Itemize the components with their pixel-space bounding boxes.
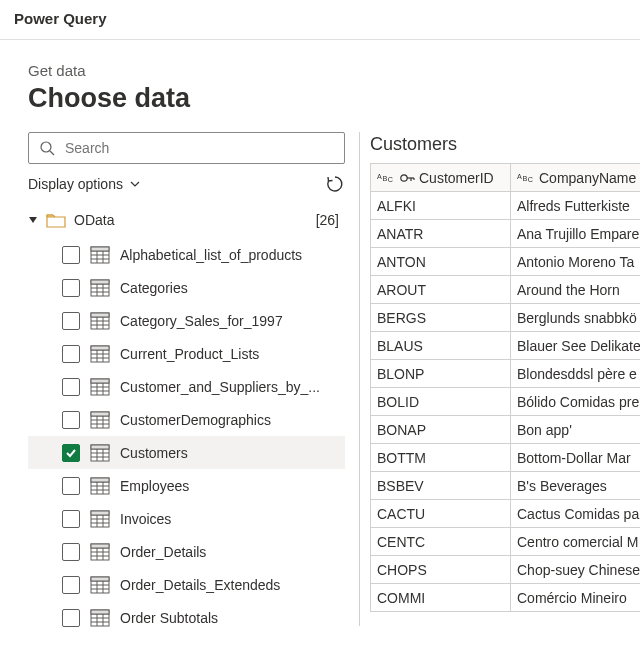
svg-text:A: A: [517, 171, 522, 180]
preview-pane: Customers ABC CustomerID ABC CompanyName…: [360, 132, 640, 626]
preview-table: ABC CustomerID ABC CompanyName ALFKIAlfr…: [370, 163, 640, 612]
tree-item[interactable]: Order_Details: [28, 535, 345, 568]
tree-item[interactable]: CustomerDemographics: [28, 403, 345, 436]
svg-line-1: [50, 151, 54, 155]
tree-item[interactable]: Order Subtotals: [28, 601, 345, 634]
checkbox[interactable]: [62, 477, 80, 495]
table-icon: [90, 609, 110, 627]
table-cell: CHOPS: [371, 556, 511, 584]
table-row[interactable]: BOLIDBólido Comidas pre: [371, 388, 641, 416]
table-row[interactable]: ANTONAntonio Moreno Ta: [371, 248, 641, 276]
tree-item-label: Category_Sales_for_1997: [120, 313, 283, 329]
svg-text:B: B: [522, 173, 527, 182]
table-cell: BONAP: [371, 416, 511, 444]
checkbox[interactable]: [62, 444, 80, 462]
header-title: Choose data: [28, 83, 612, 114]
table-icon: [90, 246, 110, 264]
checkbox[interactable]: [62, 576, 80, 594]
table-row[interactable]: BOTTMBottom-Dollar Mar: [371, 444, 641, 472]
svg-text:A: A: [377, 171, 382, 180]
table-cell: Alfreds Futterkiste: [511, 192, 641, 220]
preview-title: Customers: [370, 132, 640, 163]
table-cell: BSBEV: [371, 472, 511, 500]
tree-item[interactable]: Employees: [28, 469, 345, 502]
table-cell: CACTU: [371, 500, 511, 528]
table-cell: Centro comercial M: [511, 528, 641, 556]
table-cell: BLAUS: [371, 332, 511, 360]
text-type-icon: ABC: [377, 171, 395, 185]
table-row[interactable]: CACTUCactus Comidas pa: [371, 500, 641, 528]
table-icon: [90, 444, 110, 462]
tree-item[interactable]: Current_Product_Lists: [28, 337, 345, 370]
table-row[interactable]: AROUTAround the Horn: [371, 276, 641, 304]
table-row[interactable]: BLAUSBlauer See Delikate: [371, 332, 641, 360]
table-cell: COMMI: [371, 584, 511, 612]
svg-rect-43: [91, 412, 109, 416]
checkbox[interactable]: [62, 312, 80, 330]
tree-item[interactable]: Customers: [28, 436, 345, 469]
table-row[interactable]: BERGSBerglunds snabbkö: [371, 304, 641, 332]
table-row[interactable]: ANATRAna Trujillo Empare: [371, 220, 641, 248]
column-label: CompanyName: [539, 170, 636, 186]
expand-collapse-icon[interactable]: [28, 215, 38, 225]
tree-item-label: Alphabetical_list_of_products: [120, 247, 302, 263]
table-cell: Antonio Moreno Ta: [511, 248, 641, 276]
table-row[interactable]: CENTCCentro comercial M: [371, 528, 641, 556]
tree-item-label: Order Subtotals: [120, 610, 218, 626]
tree-item-label: Categories: [120, 280, 188, 296]
column-header[interactable]: ABC CompanyName: [511, 164, 641, 192]
tree-item[interactable]: Categories: [28, 271, 345, 304]
checkbox[interactable]: [62, 510, 80, 528]
column-header[interactable]: ABC CustomerID: [371, 164, 511, 192]
table-icon: [90, 477, 110, 495]
key-icon: [399, 171, 415, 185]
tree-item[interactable]: Alphabetical_list_of_products: [28, 238, 345, 271]
svg-rect-71: [91, 544, 109, 548]
svg-point-0: [41, 142, 51, 152]
table-row[interactable]: BSBEVB's Beverages: [371, 472, 641, 500]
table-row[interactable]: BLONPBlondesddsl père e: [371, 360, 641, 388]
checkbox[interactable]: [62, 411, 80, 429]
table-cell: Cactus Comidas pa: [511, 500, 641, 528]
checkbox[interactable]: [62, 543, 80, 561]
table-row[interactable]: ALFKIAlfreds Futterkiste: [371, 192, 641, 220]
table-cell: ANATR: [371, 220, 511, 248]
checkbox[interactable]: [62, 609, 80, 627]
table-icon: [90, 279, 110, 297]
tree-root-count: [26]: [316, 212, 345, 228]
svg-point-89: [401, 174, 407, 180]
table-cell: Berglunds snabbkö: [511, 304, 641, 332]
table-icon: [90, 543, 110, 561]
search-field[interactable]: [63, 139, 334, 157]
table-row[interactable]: BONAPBon app': [371, 416, 641, 444]
tree-item-label: Customer_and_Suppliers_by_...: [120, 379, 320, 395]
table-cell: Blondesddsl père e: [511, 360, 641, 388]
page-header: Get data Choose data: [0, 40, 640, 132]
tree-item-label: Invoices: [120, 511, 171, 527]
display-options-label: Display options: [28, 176, 123, 192]
checkbox[interactable]: [62, 246, 80, 264]
tree-item-label: CustomerDemographics: [120, 412, 271, 428]
tree-item-label: Customers: [120, 445, 188, 461]
checkbox[interactable]: [62, 378, 80, 396]
tree-item[interactable]: Customer_and_Suppliers_by_...: [28, 370, 345, 403]
checkbox[interactable]: [62, 345, 80, 363]
table-cell: Chop-suey Chinese: [511, 556, 641, 584]
app-title: Power Query: [0, 0, 640, 40]
refresh-button[interactable]: [325, 174, 345, 194]
table-icon: [90, 345, 110, 363]
tree-root-odata[interactable]: OData [26]: [28, 208, 345, 232]
search-input[interactable]: [28, 132, 345, 164]
tree-item[interactable]: Category_Sales_for_1997: [28, 304, 345, 337]
display-options-dropdown[interactable]: Display options: [28, 176, 141, 192]
search-icon: [39, 140, 55, 156]
table-icon: [90, 411, 110, 429]
checkbox[interactable]: [62, 279, 80, 297]
tree-item[interactable]: Invoices: [28, 502, 345, 535]
refresh-icon: [325, 174, 345, 194]
tree-item[interactable]: Order_Details_Extendeds: [28, 568, 345, 601]
tree-item-label: Employees: [120, 478, 189, 494]
table-row[interactable]: COMMIComércio Mineiro: [371, 584, 641, 612]
table-row[interactable]: CHOPSChop-suey Chinese: [371, 556, 641, 584]
table-cell: BLONP: [371, 360, 511, 388]
